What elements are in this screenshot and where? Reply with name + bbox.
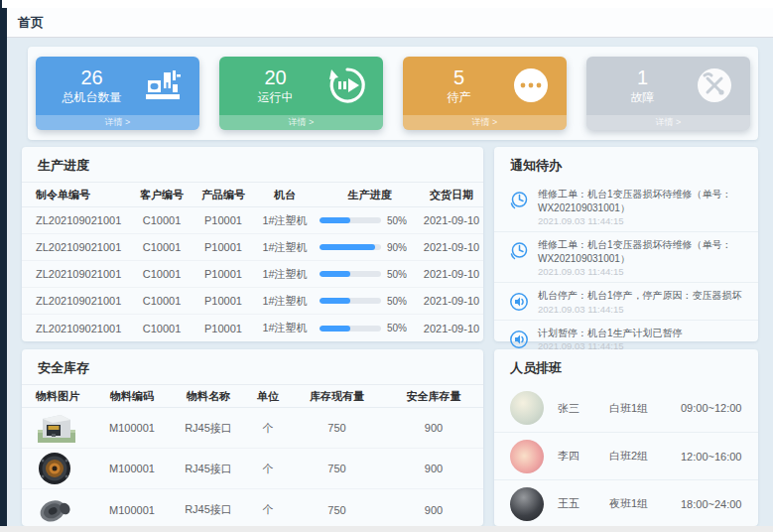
tab-home[interactable]: 首页 [7,8,58,37]
round-speaker-photo [22,451,93,486]
notification-body: 维修工单：机台1变压器损坏待维修（单号：WX202109031001） 2021… [538,238,744,277]
card-running[interactable]: 20 运行中 详情 > [219,57,383,130]
material-unit: 个 [246,421,290,436]
sidebar-collapsed-strip [0,0,7,532]
progress-bar [320,244,381,250]
speaker-icon [508,291,530,313]
running-icon [325,64,369,107]
progress-cell: 90% [316,242,420,253]
material-unit: 个 [246,502,290,517]
notification-item[interactable]: 维修工单：机台1变压器损坏待维修（单号：WX202109031001） 2021… [494,182,758,231]
card-text: 1 故障 [592,66,693,105]
notification-time: 2021.09.03 11:44:15 [538,266,744,277]
material-code: M100001 [93,422,171,434]
production-row: ZL202109021001 C10001 P10001 1#注塑机 50% 2… [22,261,483,288]
fault-label: 故障 [592,89,693,105]
progress-percent: 50% [387,323,407,333]
col-material-name: 物料名称 [171,389,246,404]
total-machines-detail-link[interactable]: 详情 > [36,115,199,130]
schedule-row: 王五 夜班1组 18:00~24:00 [494,479,758,527]
delivery-date: 2021-09-10 [420,323,483,334]
shift-label: 夜班1组 [609,496,681,511]
notification-text: 维修工单：机台1变压器损坏待维修（单号：WX202109031001） [538,188,744,214]
machine-icon [142,64,186,107]
waiting-detail-link[interactable]: 详情 > [403,115,567,130]
product-no: P10001 [193,268,254,280]
clock-icon [508,190,530,211]
notification-item[interactable]: 维修工单：机台1变压器损坏待维修（单号：WX202109031001） 2021… [494,231,758,282]
fault-detail-link[interactable]: 详情 > [586,115,750,130]
progress-percent: 90% [387,242,407,253]
top-bar [2,0,773,8]
col-material-image: 物料图片 [22,389,93,404]
progress-cell: 50% [316,296,420,307]
shift-label: 白班1组 [609,401,681,416]
progress-cell: 50% [316,215,420,226]
personnel-schedule-panel: 人员排班 张三 白班1组 09:00~12:00 李四 白班2组 12:00~1… [494,349,758,526]
production-row: ZL202109021001 C10001 P10001 1#注塑机 50% 2… [22,207,483,234]
avatar [510,440,544,473]
notification-time: 2021.09.03 11:44:15 [538,304,742,315]
clock-icon [508,240,530,262]
col-product: 产品编号 [193,188,254,202]
card-text: 26 总机台数量 [42,66,142,105]
customer-no: C10001 [131,323,193,334]
total-machines-value: 26 [42,66,142,89]
waiting-value: 5 [409,66,509,89]
product-no: P10001 [193,323,254,334]
cone-speaker-photo [22,493,93,527]
order-no: ZL202109021001 [22,241,131,253]
notification-text: 维修工单：机台1变压器损坏待维修（单号：WX202109031001） [538,238,744,265]
notification-body: 计划暂停：机台1生产计划已暂停 2021.09.03 11:44:15 [538,327,683,352]
customer-no: C10001 [131,295,193,307]
running-value: 20 [225,66,325,89]
progress-bar [320,326,381,332]
card-body: 5 待产 [403,57,567,114]
machine-name: 1#注塑机 [254,267,316,282]
notification-text: 计划暂停：机台1生产计划已暂停 [538,327,683,340]
product-no: P10001 [193,214,254,226]
customer-no: C10001 [131,214,193,226]
notification-text: 机台停产：机台1停产，停产原因：变压器损坏 [538,289,742,303]
order-no: ZL202109021001 [22,268,131,280]
production-title: 生产进度 [22,147,483,182]
card-body: 1 故障 [586,57,750,114]
stat-cards-panel: 26 总机台数量 详情 > [28,47,758,140]
speaker-icon [508,329,530,350]
col-unit: 单位 [246,389,290,404]
col-material-code: 物料编码 [93,389,171,404]
schedule-row: 张三 白班1组 09:00~12:00 [494,384,758,432]
shift-time: 12:00~16:00 [681,451,741,463]
order-no: ZL202109021001 [22,295,131,307]
inventory-header-row: 物料图片 物料编码 物料名称 单位 库存现有量 安全库存量 [22,384,483,408]
machine-name: 1#注塑机 [254,240,316,255]
notification-item[interactable]: 机台停产：机台1停产，停产原因：变压器损坏 2021.09.03 11:44:1… [494,282,758,320]
schedule-title: 人员排班 [494,349,758,384]
safety-stock-panel: 安全库存 物料图片 物料编码 物料名称 单位 库存现有量 安全库存量 [22,349,483,526]
card-waiting[interactable]: 5 待产 详情 > [403,57,567,130]
current-stock: 750 [290,422,384,434]
progress-cell: 50% [316,323,420,333]
shift-time: 09:00~12:00 [681,402,741,414]
notification-time: 2021.09.03 11:44:15 [538,215,744,226]
safety-stock: 900 [384,504,483,516]
waiting-dots-icon [509,64,553,107]
person-name: 李四 [558,449,609,464]
running-detail-link[interactable]: 详情 > [219,115,383,130]
avatar [510,487,544,521]
progress-percent: 50% [387,215,407,226]
customer-no: C10001 [131,241,193,253]
avatar [510,391,544,425]
progress-bar [320,298,381,304]
card-fault[interactable]: 1 故障 详情 > [586,57,750,130]
inventory-title: 安全库存 [22,349,483,384]
total-machines-label: 总机台数量 [42,89,142,105]
tab-bar: 首页 [7,8,773,38]
repair-tools-icon [693,64,736,107]
shift-label: 白班2组 [609,449,681,464]
card-total-machines[interactable]: 26 总机台数量 详情 > [36,57,199,130]
person-name: 张三 [558,401,609,416]
order-no: ZL202109021001 [22,323,131,334]
material-code: M100001 [93,504,171,516]
col-safety-stock: 安全库存量 [384,389,483,404]
